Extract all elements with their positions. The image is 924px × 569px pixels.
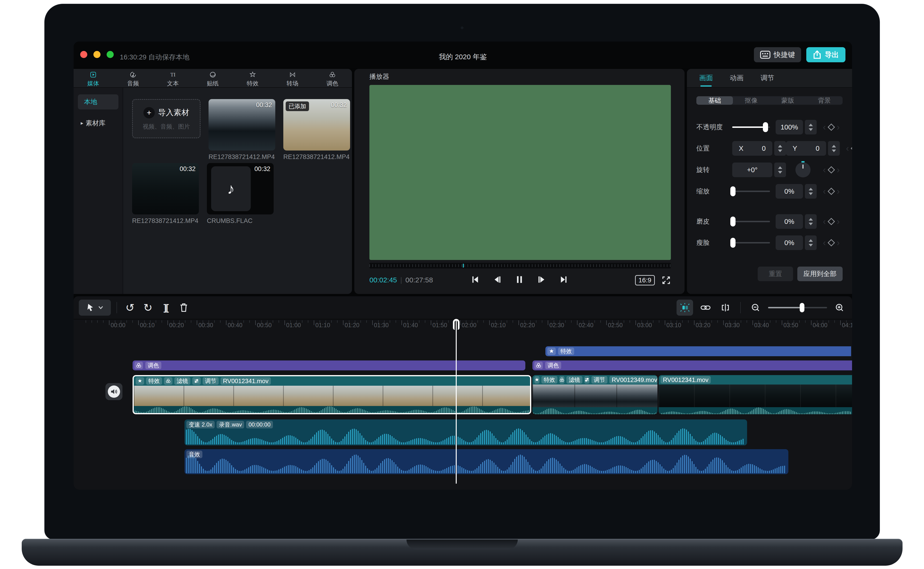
redo-button[interactable]: ↻ [141, 300, 155, 316]
undo-button[interactable]: ↺ [123, 300, 137, 316]
position-x-stepper[interactable] [774, 141, 786, 156]
slider-knob[interactable] [730, 238, 736, 248]
video-thumbnail[interactable]: 已添加 00:32 [283, 99, 350, 151]
prev-keyframe-icon[interactable]: ‹ [823, 187, 826, 196]
zoom-out-button[interactable] [748, 300, 763, 316]
prev-keyframe-icon[interactable]: ‹ [823, 165, 826, 174]
keyframe-icon[interactable] [828, 123, 835, 131]
export-button[interactable]: 导出 [806, 47, 845, 62]
timeline-zoom-slider[interactable] [768, 307, 827, 308]
position-x-field[interactable]: X0 [732, 141, 772, 156]
keyframe-icon[interactable] [828, 239, 835, 246]
position-y-stepper[interactable] [828, 141, 840, 156]
smooth-skin-value[interactable]: 0% [776, 214, 803, 229]
tab-transitions[interactable]: 转场 [287, 71, 298, 87]
auto-snap-toggle[interactable] [676, 300, 693, 316]
skip-to-end-button[interactable] [559, 275, 568, 284]
prev-keyframe-icon[interactable]: ‹ [823, 238, 826, 247]
slim-face-value[interactable]: 0% [776, 236, 803, 250]
tab-stickers[interactable]: 贴纸 [207, 71, 219, 87]
reset-button[interactable]: 重置 [758, 266, 793, 281]
playhead-handle[interactable] [453, 319, 459, 330]
sidebar-item-local[interactable]: 本地 [78, 94, 119, 110]
opacity-value[interactable]: 100% [776, 120, 803, 134]
next-keyframe-icon[interactable]: › [837, 238, 840, 247]
next-keyframe-icon[interactable]: › [837, 187, 840, 196]
opacity-slider[interactable] [732, 126, 770, 128]
apply-to-all-button[interactable]: 应用到全部 [797, 266, 843, 281]
zoom-in-button[interactable] [832, 300, 847, 316]
subtab-background[interactable]: 背景 [806, 96, 843, 105]
keyframe-icon[interactable] [851, 145, 852, 152]
video-thumbnail[interactable]: 00:32 [132, 163, 199, 215]
previous-frame-button[interactable] [493, 275, 502, 284]
tab-effects[interactable]: 特效 [247, 71, 258, 87]
position-y-field[interactable]: Y0 [786, 141, 826, 156]
prev-keyframe-icon[interactable]: ‹ [823, 123, 826, 132]
slider-knob[interactable] [730, 186, 736, 196]
video-clip[interactable]: 特效 滤镜 调节 RV0012349.mov [532, 375, 657, 414]
tab-adjust[interactable]: 调节 [760, 69, 775, 87]
audio-clip-sfx[interactable]: 音效 [184, 449, 788, 474]
skip-to-start-button[interactable] [471, 275, 480, 284]
split-preview-button[interactable] [718, 300, 733, 316]
rotation-value[interactable]: +0° [732, 163, 772, 177]
rotation-knob[interactable] [795, 162, 810, 177]
scale-slider[interactable] [732, 191, 770, 192]
fullscreen-icon[interactable] [661, 275, 671, 285]
prev-keyframe-icon[interactable]: ‹ [846, 144, 849, 153]
keyframe-icon[interactable] [828, 166, 835, 173]
subtab-basic[interactable]: 基础 [696, 96, 733, 105]
effect-track-clip[interactable]: 特效 [546, 346, 851, 356]
playhead[interactable] [456, 319, 457, 484]
player-scrub-strip[interactable] [369, 263, 671, 268]
next-frame-button[interactable] [537, 275, 546, 284]
tab-text[interactable]: TI 文本 [167, 71, 179, 87]
video-thumbnail[interactable]: 00:32 [208, 99, 275, 151]
shortcuts-button[interactable]: 快捷键 [754, 47, 801, 62]
tab-picture[interactable]: 画面 [699, 69, 713, 87]
tab-media[interactable]: 媒体 [87, 71, 99, 87]
next-keyframe-icon[interactable]: › [837, 123, 840, 132]
tab-audio[interactable]: 音频 [127, 71, 139, 87]
sidebar-item-library[interactable]: ▸ 素材库 [78, 116, 119, 131]
aspect-ratio-button[interactable]: 16:9 [635, 275, 655, 286]
audio-clip-recording[interactable]: 变速 2.0x 录音.wav 00:00:00 [184, 420, 747, 446]
link-clips-button[interactable] [698, 300, 713, 316]
smooth-skin-slider[interactable] [732, 221, 770, 222]
rotation-stepper[interactable] [774, 163, 786, 177]
subtab-mask[interactable]: 蒙版 [769, 96, 806, 105]
video-clip[interactable]: RV0012341.mov [659, 375, 852, 414]
import-media-button[interactable]: + 导入素材 视频、音频、图片 [132, 99, 201, 138]
video-clip[interactable]: 特效 滤镜 调节 RV0012341.mov [132, 375, 531, 414]
slim-face-slider[interactable] [732, 242, 770, 243]
next-keyframe-icon[interactable]: › [837, 165, 840, 174]
media-item[interactable]: 00:32 RE127838721412.MP4 [132, 163, 199, 225]
track-mute-button[interactable] [105, 383, 122, 400]
split-clip-button[interactable]: ][ [158, 300, 173, 316]
select-tool-button[interactable] [79, 300, 111, 316]
smooth-skin-stepper[interactable] [805, 214, 817, 229]
keyframe-icon[interactable] [828, 187, 835, 195]
color-track-clip[interactable]: 调色 [132, 361, 525, 370]
tab-color[interactable]: 调色 [327, 71, 338, 87]
scale-stepper[interactable] [805, 184, 817, 199]
color-track-clip[interactable]: 调色 [532, 361, 852, 370]
next-keyframe-icon[interactable]: › [837, 217, 840, 226]
slim-face-stepper[interactable] [805, 236, 817, 250]
slider-knob[interactable] [730, 216, 736, 227]
media-item[interactable]: 已添加 00:32 RE127838721412.MP4 [283, 99, 350, 161]
player-viewport[interactable] [369, 85, 671, 260]
timeline-ruler[interactable]: 00:0000:1000:2000:3000:4000:5001:0001:10… [74, 320, 852, 331]
opacity-stepper[interactable] [805, 120, 817, 134]
tab-animation[interactable]: 动画 [729, 69, 744, 87]
slider-knob[interactable] [763, 122, 768, 132]
keyframe-icon[interactable] [828, 218, 835, 225]
media-item[interactable]: ♪ 00:32 CRUMBS.FLAC [207, 163, 274, 225]
media-item[interactable]: 00:32 RE127838721412.MP4 [208, 99, 275, 161]
delete-button[interactable] [176, 300, 191, 316]
prev-keyframe-icon[interactable]: ‹ [823, 217, 826, 226]
scale-value[interactable]: 0% [776, 184, 803, 199]
slider-knob[interactable] [800, 303, 804, 312]
subtab-chroma-key[interactable]: 抠像 [733, 96, 769, 105]
